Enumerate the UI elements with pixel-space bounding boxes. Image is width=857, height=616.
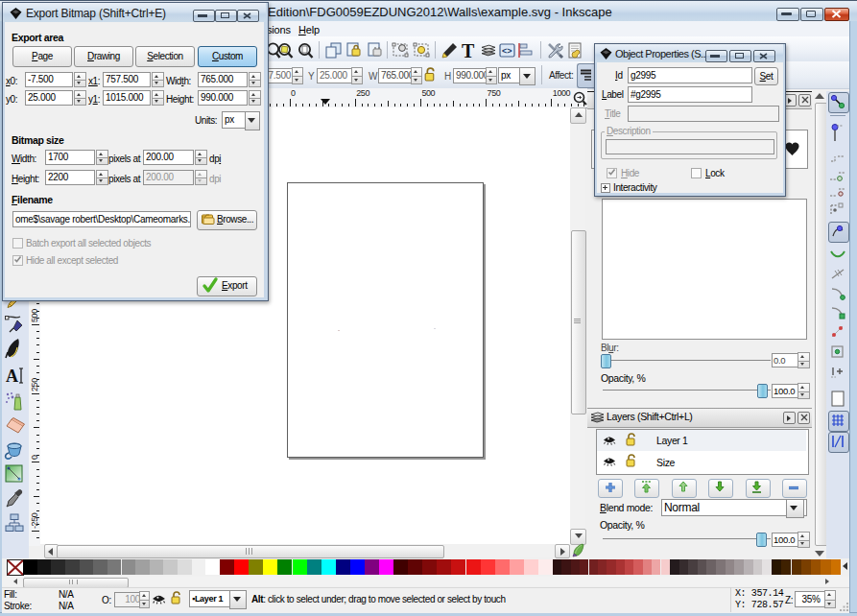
svg-text:A: A xyxy=(6,367,18,386)
svg-text:<>: <> xyxy=(502,46,512,56)
